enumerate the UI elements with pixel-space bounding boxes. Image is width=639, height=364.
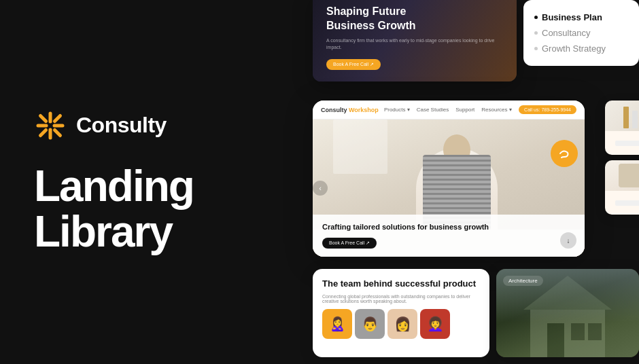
avatar-1: 🙎‍♀️	[322, 309, 352, 339]
card-line-2	[615, 200, 639, 206]
menu-item-consultancy[interactable]: Consultancy	[534, 25, 628, 41]
book-2	[632, 111, 638, 128]
hero-cta-button[interactable]: Book A Free Call ↗	[326, 59, 381, 70]
preview-card-2-bottom	[605, 191, 639, 215]
svg-rect-4	[588, 323, 602, 340]
screenshot-prev-button[interactable]: ‹	[313, 181, 328, 196]
menu-item-label: Growth Strategy	[542, 43, 606, 54]
headline: Landing Library	[34, 164, 279, 255]
screenshot-top-bar: Consulty Workshop Products ▾ Case Studie…	[313, 101, 585, 120]
services-bg: Architecture Services	[496, 269, 639, 357]
menu-dot	[534, 16, 538, 19]
svg-rect-3	[571, 323, 585, 340]
left-panel: Consulty Landing Library	[0, 0, 313, 364]
menu-item-business-plan[interactable]: Business Plan	[534, 10, 628, 25]
screenshot-overlay: Crafting tailored solutions for business…	[313, 215, 585, 257]
avatar-2: 👨	[355, 309, 385, 339]
brand-icon	[34, 109, 67, 142]
right-preview-cards	[605, 101, 639, 215]
avatar-4: 👩‍🦱	[420, 309, 450, 339]
preview-card-bottom	[605, 131, 639, 155]
menu-dot	[534, 31, 538, 35]
team-card-subtitle: Connecting global professionals with out…	[322, 294, 480, 304]
menu-item-label: Consultancy	[542, 28, 591, 38]
avatar-row: 🙎‍♀️ 👨 👩 👩‍🦱	[322, 309, 480, 339]
screenshot-body: ‹	[313, 120, 585, 257]
book-1	[623, 107, 629, 128]
arrow-icon	[557, 147, 571, 160]
preview-card-2-image	[605, 160, 639, 191]
preview-card-image	[605, 101, 639, 131]
preview-card-1[interactable]	[605, 101, 639, 155]
menu-item-label: Business Plan	[542, 12, 602, 22]
hero-title: Shaping Future Business Growth	[326, 5, 503, 33]
orange-decoration	[551, 140, 578, 167]
screenshot-image-area: Crafting tailored solutions for business…	[313, 120, 585, 257]
main-screenshot-card[interactable]: Consulty Workshop Products ▾ Case Studie…	[313, 101, 585, 257]
menu-dot	[534, 47, 538, 50]
brand-name: Consulty	[76, 113, 167, 138]
card-placeholder	[619, 164, 639, 187]
window-decor	[333, 120, 387, 174]
services-tag-label: Architecture	[503, 276, 543, 286]
logo-row: Consulty	[34, 109, 279, 142]
right-area: Shaping Future Business Growth A consult…	[313, 0, 639, 364]
overlay-cta-button[interactable]: Book A Free Call ↗	[322, 238, 377, 249]
team-card[interactable]: The team behind successful product Conne…	[313, 269, 489, 357]
card-line	[615, 141, 639, 146]
menu-item-growth-strategy[interactable]: Growth Strategy	[534, 41, 628, 56]
services-card[interactable]: Architecture Services	[496, 269, 639, 357]
svg-rect-2	[547, 323, 564, 357]
screenshot-logo: Consulty Workshop	[321, 107, 379, 113]
hero-screenshot-card[interactable]: Shaping Future Business Growth A consult…	[313, 0, 517, 81]
overlay-heading: Crafting tailored solutions for business…	[322, 223, 575, 231]
bottom-cards-row: The team behind successful product Conne…	[313, 269, 639, 364]
team-card-title: The team behind successful product	[322, 278, 480, 290]
screenshot-phone-cta[interactable]: Call us: 789-255-9944	[519, 105, 576, 114]
hero-subtitle: A consultancy firm that works with early…	[326, 37, 503, 51]
avatar-3: 👩	[387, 309, 417, 339]
screenshot-nav: Products ▾ Case Studies Support Resource…	[384, 107, 512, 113]
menu-card: Business Plan Consultancy Growth Strateg…	[523, 0, 639, 66]
preview-card-2[interactable]	[605, 160, 639, 215]
scroll-down-button[interactable]: ↓	[560, 232, 576, 249]
